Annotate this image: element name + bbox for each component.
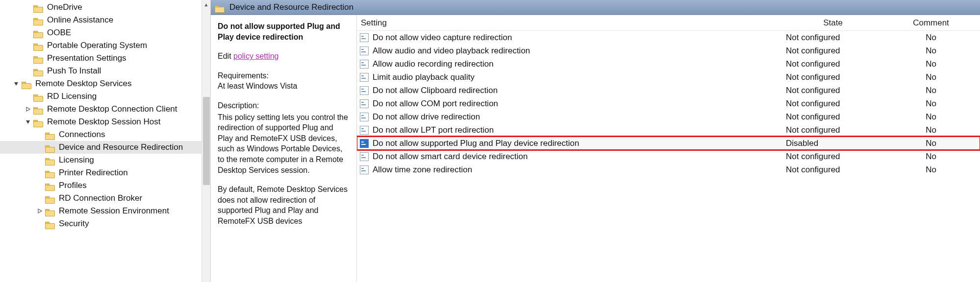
settings-row-label: Do not allow smart card device redirecti… (373, 152, 528, 162)
tree-item[interactable]: Device and Resource Redirection (0, 141, 202, 154)
folder-icon (33, 67, 43, 75)
scroll-up-button[interactable]: ▲ (202, 0, 210, 9)
settings-row-comment: No (882, 99, 980, 109)
folder-icon (45, 219, 55, 228)
settings-row-setting: Do not allow Clipboard redirection (357, 86, 784, 95)
chevron-down-icon[interactable] (12, 79, 21, 88)
settings-row-setting: Limit audio playback quality (357, 72, 784, 82)
tree-item[interactable]: Connections (0, 128, 202, 141)
details-content: Do not allow supported Plug and Play dev… (211, 15, 980, 282)
tree-item[interactable]: Remote Session Environment (0, 205, 202, 217)
settings-row-label: Allow time zone redirection (373, 165, 472, 175)
settings-row-state: Not configured (784, 99, 882, 109)
tree-item[interactable]: Remote Desktop Connection Client (0, 103, 202, 116)
settings-row-state: Not configured (784, 152, 882, 162)
settings-list-header[interactable]: Setting State Comment (357, 15, 980, 31)
settings-row-label: Allow audio and video playback redirecti… (373, 46, 530, 56)
tree-item-label: Remote Desktop Connection Client (47, 104, 177, 114)
folder-icon (33, 41, 43, 50)
tree-item-label: Remote Session Environment (59, 206, 169, 216)
settings-row-state: Not configured (784, 86, 882, 95)
settings-row-state: Not configured (784, 165, 882, 175)
tree-scrollbar[interactable]: ▲ ▼ (201, 0, 210, 282)
chevron-right-icon[interactable] (35, 207, 44, 215)
tree-item[interactable]: Online Assistance (0, 14, 202, 26)
column-header-comment[interactable]: Comment (882, 18, 980, 28)
navigation-tree[interactable]: OneDriveOnline AssistanceOOBEPortable Op… (0, 0, 202, 282)
policy-icon (360, 113, 369, 121)
details-pane-title: Device and Resource Redirection (229, 2, 353, 12)
settings-row[interactable]: Do not allow smart card device redirecti… (357, 150, 980, 163)
tree-item-label: Remote Desktop Session Host (47, 117, 161, 127)
tree-item[interactable]: Portable Operating System (0, 39, 202, 52)
edit-policy-link[interactable]: policy setting (233, 52, 279, 60)
details-pane: Device and Resource Redirection Do not a… (211, 0, 980, 282)
settings-row[interactable]: Do not allow supported Plug and Play dev… (357, 137, 980, 150)
tree-item[interactable]: Licensing (0, 154, 202, 166)
policy-icon (360, 99, 369, 108)
folder-icon (33, 92, 43, 101)
settings-row-state: Not configured (784, 33, 882, 43)
settings-row-state: Disabled (784, 139, 882, 148)
tree-item[interactable]: OneDrive (0, 1, 202, 14)
folder-icon (45, 168, 55, 177)
policy-icon (360, 60, 369, 69)
policy-icon (360, 86, 369, 95)
settings-row-comment: No (882, 86, 980, 95)
settings-row[interactable]: Do not allow drive redirectionNot config… (357, 110, 980, 123)
settings-row-comment: No (882, 139, 980, 148)
tree-item[interactable]: Printer Redirection (0, 166, 202, 179)
settings-row-setting: Do not allow LPT port redirection (357, 125, 784, 135)
tree-item[interactable]: Profiles (0, 179, 202, 192)
settings-row-label: Do not allow COM port redirection (373, 99, 498, 109)
settings-row[interactable]: Do not allow video capture redirectionNo… (357, 31, 980, 44)
tree-item-label: Licensing (59, 155, 94, 165)
settings-row[interactable]: Limit audio playback qualityNot configur… (357, 70, 980, 84)
tree-item-label: OOBE (47, 28, 71, 38)
folder-icon (45, 194, 55, 203)
column-header-setting[interactable]: Setting (357, 18, 784, 28)
settings-row-comment: No (882, 152, 980, 162)
scroll-track[interactable] (202, 97, 210, 282)
policy-icon (360, 47, 369, 55)
folder-icon (45, 207, 55, 215)
chevron-right-icon[interactable] (24, 105, 32, 114)
settings-row-comment: No (882, 46, 980, 56)
tree-item[interactable]: OOBE (0, 26, 202, 39)
tree-item[interactable]: RD Connection Broker (0, 192, 202, 205)
settings-row-state: Not configured (784, 72, 882, 82)
settings-row[interactable]: Do not allow COM port redirectionNot con… (357, 97, 980, 110)
folder-icon (215, 3, 225, 12)
settings-row-label: Do not allow video capture redirection (373, 33, 512, 43)
tree-item[interactable]: Remote Desktop Session Host (0, 116, 202, 128)
folder-icon (45, 143, 55, 152)
tree-item[interactable]: RD Licensing (0, 90, 202, 103)
tree-item-label: Profiles (59, 181, 87, 190)
tree-item-label: Connections (59, 130, 105, 140)
tree-item[interactable]: Remote Desktop Services (0, 77, 202, 90)
settings-row[interactable]: Allow audio recording redirectionNot con… (357, 57, 980, 70)
folder-icon (22, 79, 31, 88)
tree-item[interactable]: Security (0, 217, 202, 230)
settings-row[interactable]: Allow audio and video playback redirecti… (357, 44, 980, 57)
settings-row[interactable]: Do not allow LPT port redirectionNot con… (357, 123, 980, 137)
chevron-down-icon[interactable] (24, 118, 32, 126)
settings-row-setting: Do not allow smart card device redirecti… (357, 152, 784, 162)
settings-row-setting: Allow time zone redirection (357, 165, 784, 175)
settings-row-label: Do not allow drive redirection (373, 112, 480, 122)
settings-row-label: Do not allow supported Plug and Play dev… (373, 139, 579, 148)
settings-row-setting: Allow audio and video playback redirecti… (357, 46, 784, 56)
tree-item-label: RD Connection Broker (59, 193, 142, 203)
tree-item[interactable]: Push To Install (0, 65, 202, 77)
tree-item[interactable]: Presentation Settings (0, 52, 202, 65)
column-header-state[interactable]: State (784, 18, 882, 28)
scroll-thumb[interactable] (203, 97, 210, 185)
tree-item-label: Push To Install (47, 66, 101, 76)
settings-row-comment: No (882, 33, 980, 43)
settings-row[interactable]: Do not allow Clipboard redirectionNot co… (357, 84, 980, 97)
settings-row-comment: No (882, 125, 980, 135)
settings-row-state: Not configured (784, 112, 882, 122)
folder-icon (45, 156, 55, 164)
settings-row-state: Not configured (784, 46, 882, 56)
settings-row[interactable]: Allow time zone redirectionNot configure… (357, 163, 980, 176)
